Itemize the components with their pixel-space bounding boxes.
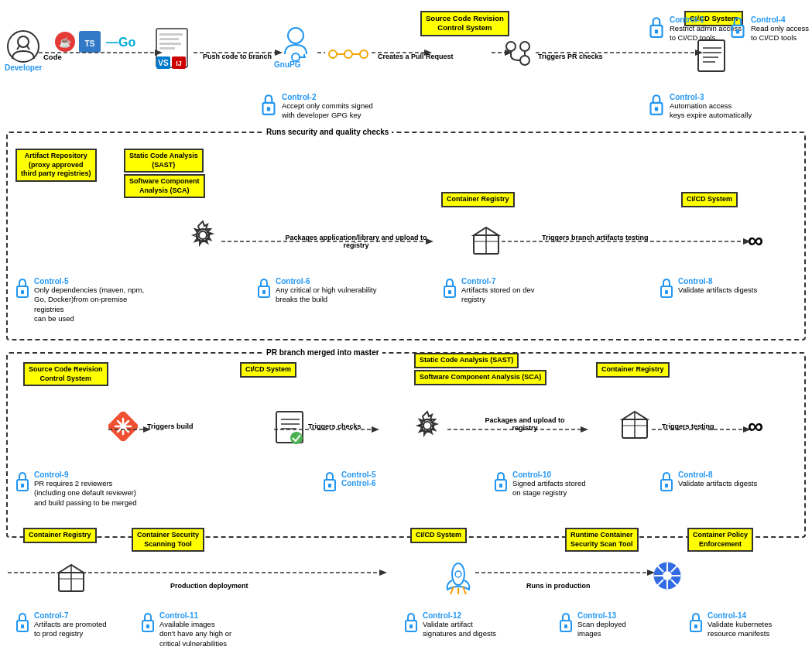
control10-row3: Control-10 Signed artifacts stored on st… xyxy=(492,470,586,498)
svg-rect-94 xyxy=(21,484,24,488)
row3-flow1: Triggers build xyxy=(147,422,194,430)
svg-marker-123 xyxy=(647,570,655,576)
control8-row3: Control-8 Validate artifacts digests xyxy=(658,470,757,492)
svg-rect-72 xyxy=(665,290,668,294)
svg-marker-54 xyxy=(695,50,703,56)
svg-marker-88 xyxy=(372,426,379,433)
svg-marker-52 xyxy=(505,50,512,56)
svg-rect-68 xyxy=(262,290,266,294)
svg-marker-121 xyxy=(379,570,387,576)
svg-rect-127 xyxy=(146,624,149,628)
control5-row2: Control-5 Only dependencies (maven, npm,… xyxy=(14,277,150,323)
svg-rect-98 xyxy=(499,484,502,488)
svg-marker-47 xyxy=(275,50,283,56)
control8-row2: Control-8 Validate artifacts digests xyxy=(658,277,757,299)
control7-row4: Control-7 Artifacts are promoted to prod… xyxy=(14,611,106,639)
row4-flow1: Production deployment xyxy=(170,582,248,590)
svg-rect-129 xyxy=(409,624,413,628)
row3-flow2: Triggers checks xyxy=(308,422,361,430)
svg-marker-50 xyxy=(424,50,432,56)
svg-marker-45 xyxy=(155,50,163,56)
row4-flow2: Runs in production xyxy=(526,582,591,590)
svg-rect-96 xyxy=(328,484,331,488)
row3-flow-lines xyxy=(0,352,812,546)
control9-row3: Control-9 PR requires 2 reviewers (inclu… xyxy=(14,470,137,508)
control56-row3: Control-5 Control-6 xyxy=(321,470,375,492)
svg-rect-131 xyxy=(564,624,567,628)
control12-row4: Control-12 Validate artifact signatures … xyxy=(403,611,496,639)
svg-rect-125 xyxy=(21,624,24,628)
control11-row4: Control-11 Available images don't have a… xyxy=(139,611,231,648)
svg-marker-92 xyxy=(743,426,751,433)
row4-flow-lines xyxy=(0,526,812,604)
control7-row2: Control-7 Artifacts stored on dev regist… xyxy=(441,277,535,305)
svg-marker-64 xyxy=(743,238,751,245)
control14-row4: Control-14 Validate kubernetes resource … xyxy=(687,611,772,639)
control13-row4: Control-13 Scan deployed images xyxy=(557,611,626,639)
row3-flow3: Packages and upload to registry xyxy=(478,416,571,432)
row3-flow4: Triggers testing xyxy=(662,422,714,430)
control6-row2: Control-6 Any critical or high vulnerabi… xyxy=(255,277,376,305)
svg-rect-100 xyxy=(665,484,668,488)
svg-marker-62 xyxy=(426,238,433,245)
svg-marker-90 xyxy=(581,426,588,433)
svg-rect-66 xyxy=(21,290,24,294)
svg-rect-70 xyxy=(448,290,451,294)
svg-rect-133 xyxy=(694,624,697,628)
